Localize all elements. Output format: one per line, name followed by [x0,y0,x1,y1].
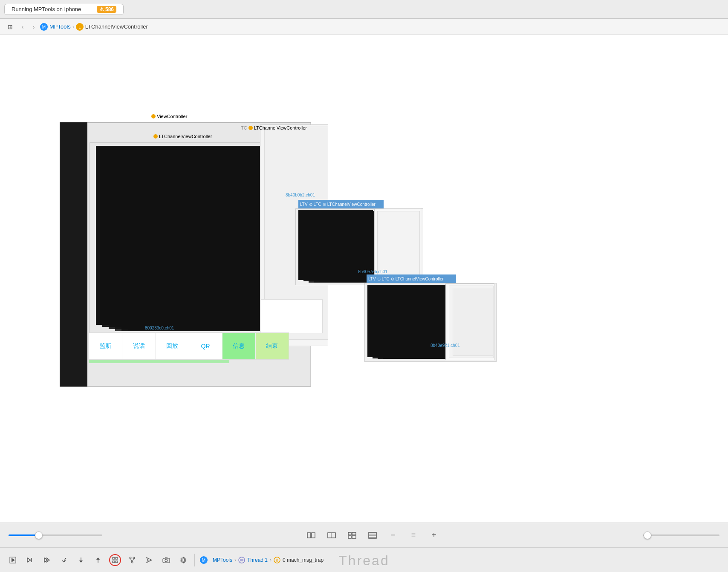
addr1-label: 800233c0.ch01 [145,326,174,330]
view-hierarchy-button[interactable] [109,554,121,566]
third-vc-label-bar: LTV ⊙ LTC ⊙ LTChannelViewController [367,274,456,283]
step-out-icon [61,557,67,563]
grid-view-button[interactable]: ⊞ [4,22,16,32]
svg-marker-28 [96,558,100,560]
settings-button[interactable] [177,554,189,566]
step-down-button[interactable] [75,554,87,566]
svg-marker-26 [79,560,83,563]
slider-thumb-right[interactable] [644,532,651,539]
addr2-label: 8b40e7eb.ch01 [358,269,387,274]
camera-button[interactable] [160,554,172,566]
svg-rect-29 [113,558,115,559]
svg-point-42 [182,559,185,561]
left-phone-edge [60,122,87,387]
svg-point-41 [165,559,168,562]
camera-icon [162,557,170,563]
tc-ltchannel-label: TC LTChannelViewController [241,125,307,130]
fit-button[interactable]: = [407,529,420,542]
step-down-icon [78,557,84,563]
bottom-breadcrumb: MPTools › Thread 1 › 0 0 mach_msg_trap [213,557,324,563]
btn-talk[interactable]: 说话 [122,333,156,359]
fork-button[interactable] [126,554,138,566]
bottom-sep1: › [234,557,236,563]
slider-thumb-left[interactable] [35,532,43,539]
shrink-fit-button[interactable] [305,529,318,542]
svg-text:M: M [42,25,46,29]
svg-point-33 [130,557,131,559]
breadcrumb-mptools[interactable]: MPTools [49,23,71,30]
tab-label: Running MPTools on Iphone [12,6,81,12]
table-button[interactable] [366,529,379,542]
back-button[interactable]: ‹ [18,22,27,32]
slider-track-right [643,534,719,536]
table-icon [368,532,377,539]
vc-main-label: ViewController [151,114,187,119]
btn-monitor[interactable]: 监听 [89,333,122,359]
right-inner-panel [261,299,323,333]
step-out-button[interactable] [58,554,70,566]
thread-icon [238,557,245,563]
svg-rect-9 [352,532,356,535]
step-up-icon [95,557,101,563]
send-button[interactable] [143,554,155,566]
grid4-icon [348,532,356,539]
svg-line-37 [132,559,134,561]
svg-rect-30 [116,558,118,559]
tab-item[interactable]: Running MPTools on Iphone ⚠ 586 [4,4,124,15]
settings-icon [180,557,187,563]
svg-rect-10 [348,536,351,538]
toolbar-top-row: − = + [0,523,728,548]
bottom-mptools-label: MPTools [213,557,232,563]
expand-button[interactable] [325,529,338,542]
svg-line-36 [130,559,132,561]
fork-icon [129,557,136,563]
step-over-button[interactable] [24,554,36,566]
zoom-slider-left[interactable] [9,534,102,536]
second-vc-label-bar: LTV ⊙ LTC ⊙ LTChannelViewController [298,200,384,208]
addr-top-right: 8b40b0b2.ch01 [286,193,315,197]
slider-fill-left [9,534,37,536]
tc-icon [248,126,253,130]
zoom-out-button[interactable]: − [387,529,399,542]
expand-icon [327,532,336,539]
zoom-in-button[interactable]: + [428,529,440,542]
green-bar [89,360,229,363]
vc-button-row: 监听 说话 回放 QR 信息 结束 [89,332,289,360]
forward-button[interactable]: › [29,22,38,32]
svg-rect-8 [348,532,351,535]
breadcrumb-sep1: › [72,24,74,30]
scene-3d: ViewController LTChannelViewController 8… [0,35,728,523]
step-into-button[interactable] [41,554,53,566]
vc-main-icon [151,114,156,118]
svg-marker-18 [27,558,31,562]
zoom-slider-right[interactable] [643,534,719,536]
step-over-icon [26,557,33,563]
separator-1 [194,554,195,566]
btn-qr[interactable]: QR [189,333,222,359]
svg-rect-6 [328,533,335,538]
btn-info[interactable]: 信息 [222,333,256,359]
svg-rect-4 [307,533,311,538]
warning-icon: ⚠ [99,6,104,12]
svg-point-34 [133,557,135,559]
bottom-sep2: › [270,557,272,563]
step-into-icon [43,557,50,563]
svg-rect-32 [116,561,118,563]
play-button[interactable] [7,554,19,566]
step-up-button[interactable] [92,554,104,566]
svg-rect-31 [113,561,115,563]
svg-text:0: 0 [276,558,278,563]
ltchannel-icon: L [76,23,84,31]
mptools-icon: M [40,23,48,31]
btn-playback[interactable]: 回放 [156,333,189,359]
view-hierarchy-icon [112,557,118,563]
warning-count: 586 [105,6,114,12]
thread-footer: Thread [338,553,389,569]
btn-end[interactable]: 结束 [256,333,289,359]
grid4-button[interactable] [346,529,358,542]
svg-rect-5 [312,533,315,538]
slider-track-left [9,534,102,536]
shrink-fit-icon [307,532,315,539]
svg-point-35 [131,561,133,563]
svg-text:M: M [202,558,205,563]
